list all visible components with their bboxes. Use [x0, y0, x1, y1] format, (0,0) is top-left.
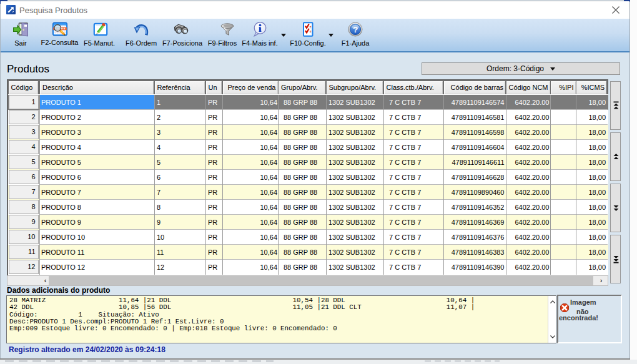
svg-text:?: ?	[353, 25, 358, 34]
